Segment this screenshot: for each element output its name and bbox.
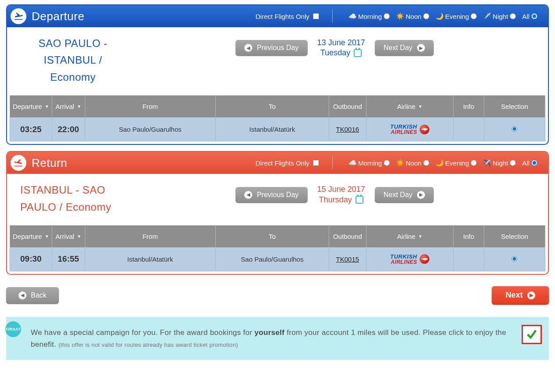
flight-number-link[interactable]: TK0016 [336, 126, 359, 133]
moon-icon: 🌙 [435, 159, 443, 167]
promo-accept-checkbox[interactable] [522, 325, 542, 344]
filter-all-ret[interactable]: All [522, 159, 542, 167]
cell-selection [484, 118, 545, 141]
cell-from: Sao Paulo/Guarulhos [85, 118, 215, 141]
sort-icon: ▼ [418, 234, 422, 239]
previous-day-button-ret[interactable]: ◀ Previous Day [236, 187, 307, 203]
col-airline[interactable]: Airline▼ [366, 225, 453, 247]
cell-from: Istanbul/Atatürk [85, 247, 215, 271]
separator [332, 10, 333, 23]
col-arrival[interactable]: Arrival▼ [52, 96, 85, 118]
cell-departure-time: 03:25 [10, 118, 52, 141]
sort-icon: ▼ [77, 104, 81, 109]
return-header: Return Direct Flights Only ☁️ Morning ☀️… [7, 152, 548, 174]
cell-selection [484, 247, 545, 271]
table-row: 03:25 22:00 Sao Paulo/Guarulhos Istanbul… [10, 118, 545, 141]
cell-airline: TURKISHAIRLINES [366, 247, 453, 271]
col-from[interactable]: From [85, 96, 215, 118]
col-departure[interactable]: Departure▼ [10, 96, 52, 118]
airline-logo-icon [420, 254, 429, 264]
direct-flights-label: Direct Flights Only [255, 13, 309, 20]
departure-date[interactable]: 13 June 2017 Tuesday [317, 38, 365, 58]
direct-flights-checkbox-dep[interactable] [313, 13, 319, 19]
cell-info [453, 247, 484, 271]
turkish-airlines-logo: TURKISHAIRLINES [369, 254, 451, 265]
moon-icon: 🌙 [435, 12, 443, 20]
col-to[interactable]: To [215, 96, 329, 118]
col-info[interactable]: Info [453, 225, 484, 247]
chevron-left-icon: ◀ [18, 291, 26, 299]
cell-arrival-time: 16:55 [52, 247, 85, 271]
col-airline[interactable]: Airline▼ [366, 96, 453, 118]
sun-icon: ☀️ [396, 159, 404, 167]
cell-departure-time: 09:30 [10, 247, 52, 271]
return-route-text: ISTANBUL - SAO PAULO / Economy [20, 182, 126, 216]
direct-flights-checkbox-ret[interactable] [313, 160, 319, 166]
departure-title: Departure [32, 10, 84, 23]
promo-text: We have a special campaign for you. For … [31, 328, 506, 349]
chevron-left-icon: ◀ [244, 191, 252, 199]
return-title: Return [32, 156, 67, 170]
cell-arrival-time: 22:00 [52, 118, 85, 141]
flight-select-radio-ret[interactable] [511, 256, 517, 262]
sort-icon: ▼ [418, 104, 422, 109]
turkish-airlines-logo: TURKISHAIRLINES [369, 124, 451, 135]
separator [332, 156, 333, 169]
return-panel: Return Direct Flights Only ☁️ Morning ☀️… [6, 151, 549, 275]
chevron-right-icon: ▶ [417, 44, 425, 52]
col-info[interactable]: Info [453, 96, 484, 118]
check-icon [526, 328, 538, 341]
filter-all-dep[interactable]: All [522, 13, 542, 20]
sort-icon: ▼ [45, 234, 49, 239]
filter-morning-dep[interactable]: ☁️ Morning [348, 12, 394, 20]
promo-banner: FIRSAT We have a special campaign for yo… [6, 317, 549, 360]
col-departure[interactable]: Departure▼ [10, 225, 52, 247]
departure-header: Departure Direct Flights Only ☁️ Morning… [7, 5, 548, 27]
cell-info [453, 118, 484, 141]
cell-outbound: TK0016 [329, 118, 366, 141]
time-filters-dep: ☁️ Morning ☀️ Noon 🌙 Evening ✈️ Night Al… [348, 12, 542, 20]
cell-outbound: TK0015 [329, 247, 366, 271]
departure-panel: Departure Direct Flights Only ☁️ Morning… [6, 4, 549, 145]
col-selection: Selection [484, 96, 545, 118]
promo-badge: FIRSAT [5, 321, 21, 337]
cloud-icon: ☁️ [348, 159, 356, 167]
departure-route-text: SAO PAULO - ISTANBUL / Economy [20, 35, 126, 86]
next-day-button-dep[interactable]: Next Day ▶ [375, 40, 434, 56]
next-button[interactable]: Next ▶ [492, 286, 549, 305]
promo-fine-print: (this offer is not valid for routes alre… [58, 342, 238, 348]
chevron-right-icon: ▶ [527, 291, 535, 299]
chevron-left-icon: ◀ [244, 44, 252, 52]
cloud-icon: ☁️ [348, 12, 356, 20]
flight-select-radio-dep[interactable] [511, 126, 517, 132]
time-filters-ret: ☁️ Morning ☀️ Noon 🌙 Evening ✈️ Night Al… [348, 159, 542, 167]
col-outbound[interactable]: Outbound [329, 96, 366, 118]
filter-morning-ret[interactable]: ☁️ Morning [348, 159, 394, 167]
return-date[interactable]: 15 June 2017 Thursday [317, 184, 365, 205]
calendar-icon [355, 196, 363, 204]
return-route-row: ISTANBUL - SAO PAULO / Economy ◀ Previou… [7, 174, 548, 225]
flight-number-link[interactable]: TK0015 [336, 255, 359, 263]
col-outbound[interactable]: Outbound [329, 225, 366, 247]
filter-night-ret[interactable]: ✈️ Night [483, 159, 520, 167]
col-arrival[interactable]: Arrival▼ [52, 225, 85, 247]
next-day-button-ret[interactable]: Next Day ▶ [375, 187, 434, 203]
sun-icon: ☀️ [396, 12, 404, 20]
return-icon [11, 155, 26, 171]
airline-logo-icon [420, 125, 429, 134]
filter-night-dep[interactable]: ✈️ Night [483, 12, 520, 20]
back-button[interactable]: ◀ Back [6, 287, 59, 304]
return-flight-table: Departure▼ Arrival▼ From To Outbound Air… [10, 225, 545, 271]
departure-route-row: SAO PAULO - ISTANBUL / Economy ◀ Previou… [7, 27, 548, 95]
col-to[interactable]: To [215, 225, 329, 247]
col-from[interactable]: From [85, 225, 215, 247]
filter-evening-dep[interactable]: 🌙 Evening [435, 12, 481, 20]
filter-noon-ret[interactable]: ☀️ Noon [396, 159, 434, 167]
filter-noon-dep[interactable]: ☀️ Noon [396, 12, 434, 20]
departure-icon [11, 8, 26, 24]
cell-to: Sao Paulo/Guarulhos [215, 247, 329, 271]
sort-icon: ▼ [77, 234, 81, 239]
filter-evening-ret[interactable]: 🌙 Evening [435, 159, 481, 167]
previous-day-button-dep[interactable]: ◀ Previous Day [236, 40, 307, 56]
plane-icon: ✈️ [483, 12, 491, 20]
